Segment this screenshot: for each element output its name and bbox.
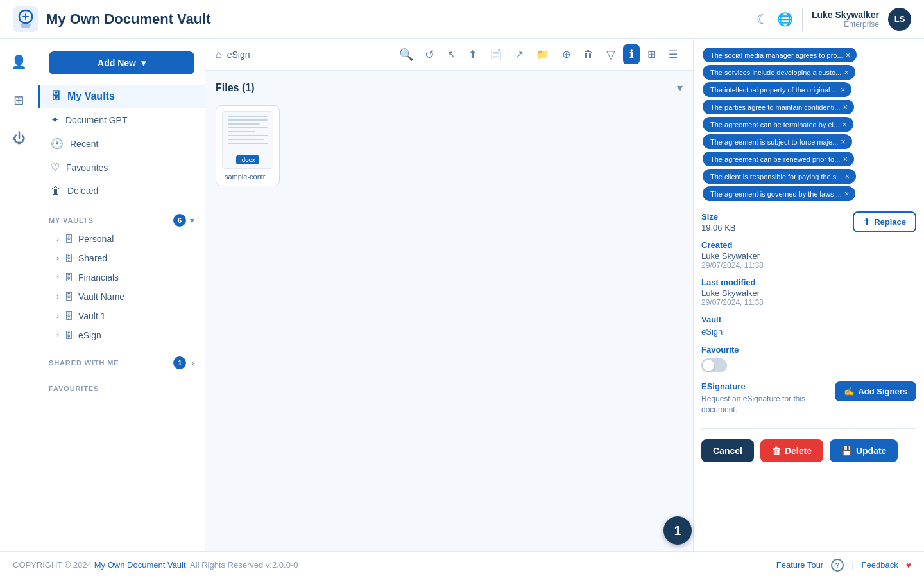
list-view-button[interactable]: ☰ [663,44,683,64]
document-button[interactable]: 📄 [484,44,508,64]
footer-divider: | [851,560,853,570]
shared-with-me-label: SHARED WITH ME [49,359,119,367]
search-icon[interactable]: 🔍 [395,44,417,66]
vault-icon-personal: 🗄 [64,234,73,244]
move-button[interactable]: ⊕ [557,44,576,64]
tag-close-1[interactable]: × [844,67,849,77]
user-name: Luke Skywalker [812,10,879,20]
breadcrumb-text: eSign [227,49,250,60]
created-label: Created [701,240,916,250]
sidebar-item-document-gpt[interactable]: ✦ Document GPT [38,108,205,132]
share-button[interactable]: ↗ [510,44,529,64]
vault-chevron-vault1: › [56,311,59,320]
vault-chevron-personal: › [56,234,59,243]
feedback-link[interactable]: Feedback [862,560,898,570]
tag-chip-2[interactable]: The intellectual property of the origina… [703,82,851,97]
step-badge: 1 [663,516,692,545]
toggle-knob [703,360,714,371]
delete-toolbar-button[interactable]: 🗑 [578,45,599,64]
tag-close-5[interactable]: × [841,137,846,146]
sidebar-label-my-vaults: My Vaults [67,91,115,102]
shared-with-me-section[interactable]: SHARED WITH ME 1 › [38,350,205,376]
grid-view-button[interactable]: ⊞ [642,44,661,64]
heart-icon: ♥ [906,560,911,570]
files-area: Files (1) ▾ .docx [205,71,693,578]
header: My Own Document Vault ☾ 🌐 Luke Skywalker… [0,0,924,39]
favourites-section-label: FAVOURITES [49,385,99,392]
undo-button[interactable]: ↺ [420,44,440,66]
favourite-label: Favourite [701,345,916,355]
my-vaults-chevron[interactable]: ▾ [190,215,194,225]
files-chevron[interactable]: ▾ [677,81,683,95]
files-title: Files (1) [216,82,254,94]
filter-button[interactable]: ▽ [601,44,620,66]
upload-button[interactable]: ⬆ [463,44,482,64]
fav-nav-icon: ♡ [51,161,60,173]
vault-item-shared[interactable]: › 🗄 Shared [38,249,205,268]
add-new-button[interactable]: Add New ▾ [49,51,194,74]
save-icon: 💾 [841,446,852,456]
replace-button[interactable]: ⬆ Replace [853,211,916,232]
recent-nav-icon: 🕐 [51,137,64,150]
dark-mode-icon[interactable]: ☾ [757,12,768,27]
user-icon[interactable]: 👤 [6,49,32,74]
deleted-nav-icon: 🗑 [51,185,61,197]
tag-chip-7[interactable]: The client is responsible for paying the… [703,169,856,184]
tag-close-2[interactable]: × [841,85,846,94]
sidebar-label-deleted: Deleted [67,186,98,196]
sidebar-item-my-vaults[interactable]: 🗄 My Vaults [38,85,205,108]
update-button[interactable]: 💾 Update [830,439,898,462]
pen-icon: ✍ [844,387,854,396]
feature-tour-link[interactable]: Feature Tour [776,560,823,570]
vault-item-personal[interactable]: › 🗄 Personal [38,229,205,249]
tag-chip-0[interactable]: The social media manager agrees to pro..… [703,48,857,62]
grid-icon[interactable]: ⊞ [8,87,30,113]
size-label: Size [701,212,736,222]
sidebar-label-recent: Recent [70,139,98,149]
tag-chip-5[interactable]: The agreement is subject to force maje..… [703,134,852,149]
cancel-button[interactable]: Cancel [701,439,754,462]
created-date: 29/07/2024, 11:38 [701,261,916,270]
delete-button[interactable]: 🗑 Delete [760,439,823,462]
tag-close-4[interactable]: × [842,119,847,129]
home-icon[interactable]: ⌂ [216,49,222,60]
select-button[interactable]: ↖ [442,44,461,64]
tag-close-6[interactable]: × [843,154,848,164]
tag-close-7[interactable]: × [844,171,850,181]
vault-item-esign[interactable]: › 🗄 eSign [38,326,205,345]
sidebar-item-favourites[interactable]: ♡ Favourites [38,155,205,179]
file-name: sample-contr... [225,173,271,180]
tag-chip-1[interactable]: The services include developing a custo.… [703,65,855,80]
file-thumbnail: .docx [222,111,273,169]
last-modified-by: Luke Skywalker [701,288,916,298]
tag-chip-6[interactable]: The agreement can be renewed prior to...… [703,152,854,166]
info-button[interactable]: ℹ [623,44,640,64]
tag-chip-4[interactable]: The agreement can be terminated by ei...… [703,117,853,132]
vault-label: Vault [701,315,916,324]
tag-chip-3[interactable]: The parties agree to maintain confidenti… [703,100,854,114]
favourite-toggle[interactable] [701,358,727,372]
file-type-badge: .docx [236,155,259,164]
file-card[interactable]: .docx sample-contr... [216,105,280,186]
vault-item-vault-name[interactable]: › 🗄 Vault Name [38,287,205,306]
tag-close-3[interactable]: × [843,102,848,112]
app-logo [13,6,38,32]
language-icon[interactable]: 🌐 [777,12,793,27]
vault-icon-esign: 🗄 [64,330,73,340]
power-icon[interactable]: ⏻ [8,126,31,151]
tag-close-0[interactable]: × [846,50,851,60]
vault-link[interactable]: eSign [701,327,723,337]
vault-item-vault1[interactable]: › 🗄 Vault 1 [38,306,205,326]
add-signers-button[interactable]: ✍ Add Signers [835,381,916,401]
footer: COPYRIGHT © 2024 My Own Document Vault ,… [0,551,924,578]
sidebar-item-deleted[interactable]: 🗑 Deleted [38,179,205,202]
question-icon[interactable]: ? [831,559,844,572]
sidebar-item-recent[interactable]: 🕐 Recent [38,132,205,155]
folder-button[interactable]: 📁 [531,44,554,64]
avatar[interactable]: LS [888,8,911,31]
vault-item-financials[interactable]: › 🗄 Financials [38,268,205,287]
tag-chip-8[interactable]: The agreement is governed by the laws ..… [703,186,855,201]
delete-icon: 🗑 [772,446,781,456]
tag-close-8[interactable]: × [844,189,850,198]
copyright-link[interactable]: My Own Document Vault [94,560,186,570]
